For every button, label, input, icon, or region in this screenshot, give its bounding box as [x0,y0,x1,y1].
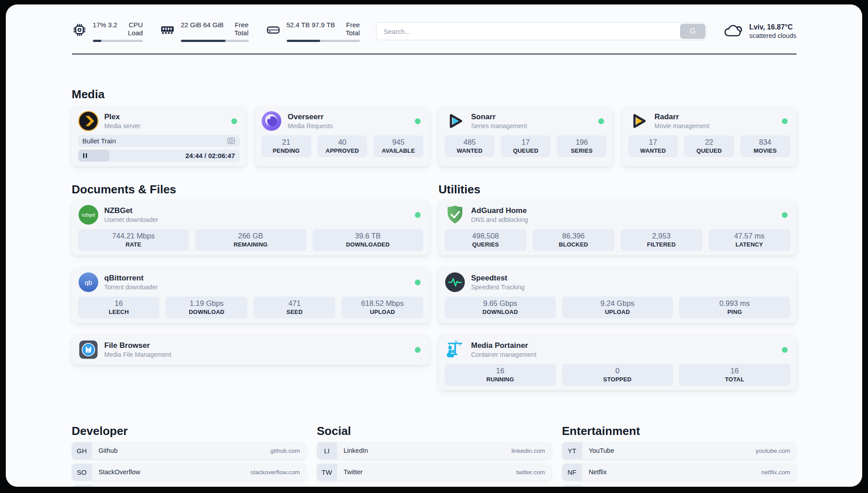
bookmark-abbr: TW [317,464,337,480]
app-name: Media Portainer [471,341,536,350]
bookmark-abbr: DT [72,485,92,487]
section-title-documents: Documents & Files [72,183,430,196]
bookmark-reddit[interactable]: RE Reddit reddit.com [562,485,797,487]
stat-stopped: 0 STOPPED [562,364,673,386]
app-subtitle: Container management [471,351,536,359]
app-card-qbittorrent[interactable]: qb qBittorrent Torrent downloader 16 LEE… [72,267,430,323]
qbittorrent-icon: qb [78,272,99,292]
app-name: Sonarr [471,112,527,121]
bookmark-youtube[interactable]: YT YouTube youtube.com [562,442,797,459]
header-divider [72,54,797,54]
app-card-speedtest[interactable]: Speedtest Speedtest Tracking 9.65 Gbps D… [438,267,797,323]
app-subtitle: Series management [471,122,527,130]
stat-wanted: 17 WANTED [628,135,678,157]
stat-approved: 40 APPROVED [317,135,367,157]
section-title-developer: Developer [72,424,306,438]
app-name: File Browser [104,341,171,350]
bookmark-name: LinkedIn [344,447,368,454]
app-card-radarr[interactable]: Radarr Movie management 17 WANTED 22 QUE… [622,106,797,166]
adguard-icon [445,205,465,225]
stat-download: 9.65 Gbps DOWNLOAD [445,297,556,318]
bookmark-github[interactable]: GH Github github.com [72,442,306,459]
memory-icon [160,22,175,38]
status-dot [415,347,421,353]
app-name: Overseerr [288,112,333,121]
documents-column: Documents & Files nzbget NZBGet Usenet d… [72,183,430,390]
app-card-portainer[interactable]: Media Portainer Container management 16 … [438,334,797,390]
app-subtitle: Media File Management [104,351,171,359]
status-dot [782,212,788,218]
utilities-column: Utilities AdGuard Home DNS and adblockin… [438,183,797,390]
app-subtitle: Movie management [655,122,709,130]
section-title-media: Media [72,88,797,101]
bookmark-url: stackoverflow.com [250,469,300,476]
stat-download: 1.19 Gbps DOWNLOAD [166,297,247,318]
memory-monitor: 22 GiB 64 GiB Free Total [160,21,249,42]
disk-total-label: Total [346,29,360,37]
bookmark-abbr: YT [562,442,582,459]
stat-wanted: 485 WANTED [445,135,495,157]
bookmark-url: linkedin.com [511,447,545,454]
bookmark-linkedin[interactable]: LI LinkedIn linkedin.com [317,442,551,459]
stat-seed: 471 SEED [254,297,335,318]
cast-icon [227,137,235,145]
memory-progress-bar [181,40,249,42]
app-card-plex[interactable]: Plex Media server Bullet Train [72,106,246,166]
search-engine-button[interactable]: G [680,24,705,39]
bookmark-abbr: RE [562,485,582,487]
app-card-nzbget[interactable]: nzbget NZBGet Usenet downloader 744.21 M… [72,200,430,255]
app-card-sonarr[interactable]: Sonarr Series management 485 WANTED 17 Q… [438,106,613,166]
bookmark-twitter[interactable]: TW Twitter twitter.com [317,464,551,480]
bookmark-dev[interactable]: DT DEV dev.to [72,485,306,487]
disk-total-value: 97.9 TB [312,21,335,29]
stat-blocked: 86,396 BLOCKED [533,229,614,251]
stat-total: 16 TOTAL [679,364,790,386]
memory-free-label: Free [235,21,249,29]
status-dot [598,118,604,124]
stat-running: 16 RUNNING [445,364,556,386]
disk-progress-bar [287,40,360,42]
bookmark-url: github.com [270,447,300,454]
stat-leech: 16 LEECH [78,297,160,318]
cpu-load-value: 3.2 [108,21,117,29]
stat-queries: 498,508 QUERIES [445,229,526,251]
status-dot [782,347,788,353]
cpu-monitor: 17% 3.2 CPU Load [72,21,143,42]
media-card-grid: Plex Media server Bullet Train [72,106,797,166]
app-name: Radarr [655,112,709,121]
playback-time: 24:44 / 02:06:47 [185,152,240,159]
status-dot [231,118,237,124]
app-card-adguard[interactable]: AdGuard Home DNS and adblocking 498,508 … [438,200,797,255]
search-input[interactable] [376,22,707,40]
stat-pending: 21 PENDING [261,135,311,157]
speedtest-icon [445,272,465,292]
bookmark-abbr: GH [72,442,92,459]
radarr-icon [628,111,649,131]
app-subtitle: Usenet downloader [104,216,159,224]
overseerr-icon [261,111,282,131]
bookmark-url: netflix.com [761,469,790,476]
app-card-filebrowser[interactable]: File Browser Media File Management [72,334,430,365]
stat-upload: 9.24 Gbps UPLOAD [562,297,673,318]
svg-text:qb: qb [84,279,92,286]
bookmark-name: YouTube [589,447,614,454]
status-dot [415,212,421,218]
stat-series: 196 SERIES [557,135,607,157]
disk-free-value: 52.4 TB [287,21,310,29]
dashboard-page: 17% 3.2 CPU Load [6,4,862,487]
portainer-icon [445,339,465,360]
weather-condition: scattered clouds [749,32,797,40]
app-card-overseerr[interactable]: Overseerr Media Requests 21 PENDING 40 A… [255,106,430,166]
disk-free-label: Free [346,21,360,29]
status-dot [782,118,788,124]
stat-queued: 17 QUEUED [501,135,551,157]
bookmark-stackoverflow[interactable]: SO StackOverflow stackoverflow.com [72,464,306,480]
stat-latency: 47.57 ms LATENCY [709,229,790,251]
bookmark-netflix[interactable]: NF Netflix netflix.com [562,464,797,480]
status-dot [415,118,421,124]
app-subtitle: DNS and adblocking [471,216,528,224]
stat-rate: 744.21 Mbps RATE [78,229,189,251]
bookmark-name: Netflix [589,468,607,476]
cpu-usage-label: CPU [129,21,143,29]
app-subtitle: Torrent downloader [104,283,158,291]
